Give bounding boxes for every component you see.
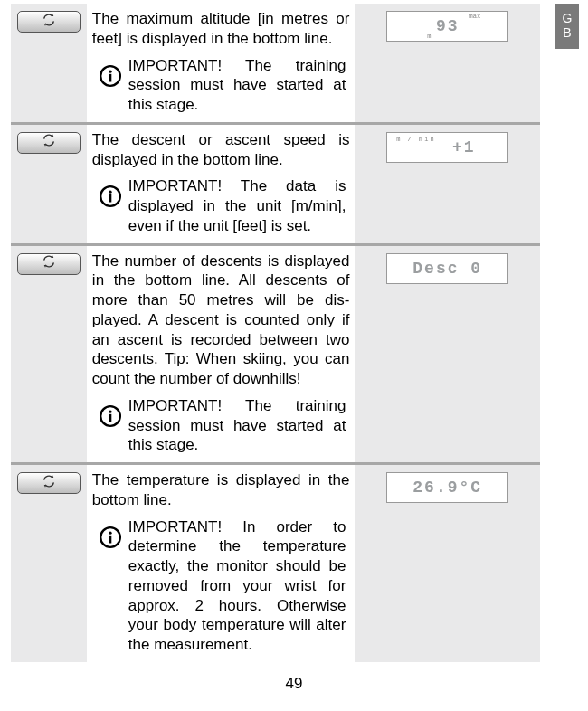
manual-page: G B The maximum altitude [in metres or f… <box>0 0 588 711</box>
button-cell <box>11 4 87 123</box>
display-value: 26.9°C <box>413 479 482 497</box>
svg-point-10 <box>109 531 111 534</box>
button-cell <box>11 244 87 464</box>
note: IMPORTANT! The training session must hav… <box>92 56 350 115</box>
lcd-display: max 93 m <box>386 11 508 42</box>
display-value: 93 <box>436 17 460 35</box>
table-row: The number of descents is displayed in t… <box>11 244 540 464</box>
cycle-icon <box>42 474 56 493</box>
cycle-icon <box>42 254 56 273</box>
note-text: IMPORTANT! The training session must hav… <box>128 396 350 455</box>
table-row: The maximum altitude [in metres or feet]… <box>11 4 540 123</box>
page-number: 49 <box>11 675 577 693</box>
svg-rect-11 <box>109 535 112 543</box>
description-cell: The maximum altitude [in metres or feet]… <box>87 4 356 123</box>
svg-rect-5 <box>109 194 112 203</box>
cycle-icon <box>42 13 56 32</box>
info-icon <box>92 396 128 428</box>
row-description: The temperature is displayed in the bott… <box>92 470 350 510</box>
row-description: The maximum altitude [in metres or feet]… <box>92 9 350 49</box>
cycle-button <box>17 253 81 275</box>
note-text: IMPORTANT! The data is displayed in the … <box>128 176 350 235</box>
info-icon <box>92 176 128 208</box>
info-icon <box>92 56 128 88</box>
feature-table: The maximum altitude [in metres or feet]… <box>11 4 540 662</box>
note: IMPORTANT! The training session must hav… <box>92 396 350 455</box>
button-cell <box>11 464 87 662</box>
description-cell: The temperature is displayed in the bott… <box>87 464 356 662</box>
note-text: IMPORTANT! In order to determine the tem… <box>128 517 350 655</box>
table-row: The descent or ascent speed is displayed… <box>11 123 540 244</box>
cycle-icon <box>42 133 56 152</box>
display-label-max: max <box>469 13 481 20</box>
lcd-display: m / min +1 <box>386 132 508 163</box>
display-cell: max 93 m <box>355 4 540 123</box>
svg-point-4 <box>109 191 111 194</box>
lcd-display: Desc 0 <box>386 253 508 284</box>
note: IMPORTANT! The data is displayed in the … <box>92 176 350 235</box>
display-cell: m / min +1 <box>355 123 540 244</box>
display-label-mmin: m / min <box>396 136 435 143</box>
display-cell: Desc 0 <box>355 244 540 464</box>
language-tab: G B <box>555 4 579 49</box>
cycle-button <box>17 11 81 33</box>
lcd-display: 26.9°C <box>386 472 508 503</box>
display-value: +1 <box>452 138 476 156</box>
display-label-m: m <box>427 33 431 40</box>
info-icon <box>92 517 128 549</box>
svg-point-1 <box>109 70 111 72</box>
note-text: IMPORTANT! The training session must hav… <box>128 56 350 115</box>
note: IMPORTANT! In order to determine the tem… <box>92 517 350 655</box>
svg-rect-2 <box>109 73 112 81</box>
row-description: The descent or ascent speed is displayed… <box>92 130 350 170</box>
cycle-button <box>17 132 81 154</box>
display-value: Desc 0 <box>413 260 482 278</box>
row-description: The number of descents is displayed in t… <box>92 251 350 389</box>
description-cell: The descent or ascent speed is displayed… <box>87 123 356 244</box>
svg-point-7 <box>109 410 111 412</box>
display-cell: 26.9°C <box>355 464 540 662</box>
svg-rect-8 <box>109 414 112 422</box>
table-row: The temperature is displayed in the bott… <box>11 464 540 662</box>
description-cell: The number of descents is displayed in t… <box>87 244 356 464</box>
cycle-button <box>17 472 81 494</box>
button-cell <box>11 123 87 244</box>
